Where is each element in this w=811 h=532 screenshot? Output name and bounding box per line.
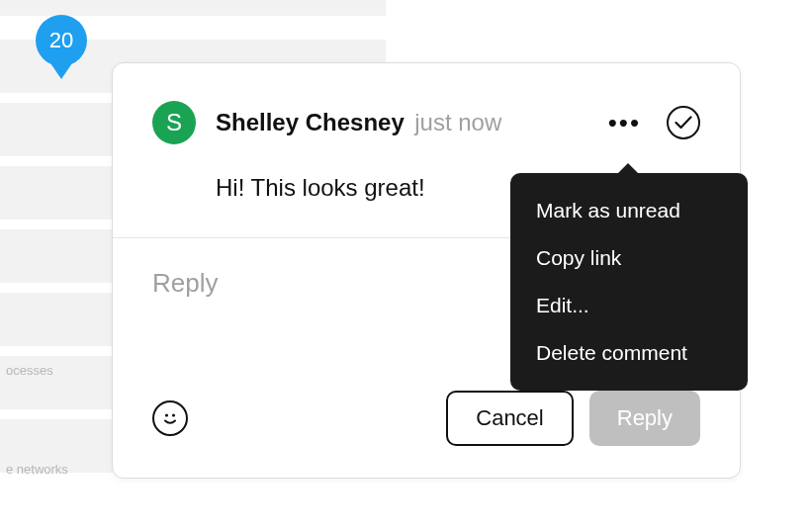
avatar-initial: S — [166, 109, 182, 136]
menu-item-mark-unread[interactable]: Mark as unread — [510, 187, 748, 234]
resolve-check-icon[interactable] — [667, 106, 700, 139]
author-name: Shelley Chesney — [216, 109, 405, 135]
comment-footer: Cancel Reply — [113, 391, 740, 478]
more-options-menu: Mark as unread Copy link Edit... Delete … — [510, 173, 748, 391]
author-line: Shelley Chesney just now — [216, 109, 501, 136]
menu-item-delete[interactable]: Delete comment — [510, 329, 748, 377]
cancel-button[interactable]: Cancel — [446, 391, 573, 446]
reply-button[interactable]: Reply — [589, 391, 700, 446]
emoji-picker-icon[interactable] — [152, 400, 188, 436]
more-options-icon[interactable]: ••• — [604, 106, 645, 139]
bg-label-networks: e networks — [6, 462, 68, 477]
menu-item-edit[interactable]: Edit... — [510, 282, 748, 329]
svg-point-1 — [172, 413, 175, 416]
header-actions: ••• — [604, 106, 700, 139]
svg-point-0 — [165, 413, 168, 416]
comment-header: S Shelley Chesney just now ••• — [113, 63, 740, 144]
bg-label-processes: ocesses — [6, 363, 53, 378]
avatar: S — [152, 101, 196, 144]
pin-number: 20 — [49, 28, 73, 53]
menu-item-copy-link[interactable]: Copy link — [510, 234, 748, 282]
comment-pin-badge[interactable]: 20 — [36, 15, 87, 66]
timestamp: just now — [414, 109, 501, 135]
